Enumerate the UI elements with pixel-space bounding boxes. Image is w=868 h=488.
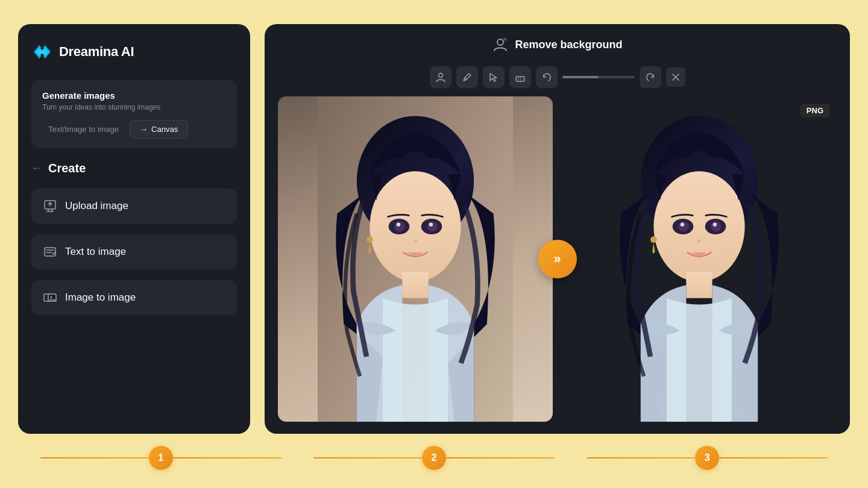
step-3-right-line bbox=[719, 457, 828, 459]
brush-size-slider[interactable] bbox=[562, 76, 635, 78]
after-image: PNG bbox=[562, 96, 837, 422]
eraser-toolbar-button[interactable] bbox=[509, 66, 531, 88]
upload-image-label: Upload image bbox=[65, 200, 128, 212]
step-2-group: 2 bbox=[297, 446, 570, 470]
back-arrow-icon: ← bbox=[31, 162, 42, 175]
text-to-image-item[interactable]: Text to image bbox=[31, 234, 237, 269]
png-badge: PNG bbox=[800, 104, 829, 117]
step-1-group: 1 bbox=[24, 446, 297, 470]
generate-card: Generate images Turn your ideas into stu… bbox=[31, 80, 237, 148]
svg-point-16 bbox=[394, 221, 404, 231]
slider-track bbox=[562, 76, 635, 78]
remove-bg-header-icon bbox=[492, 36, 509, 53]
close-toolbar-button[interactable] bbox=[666, 67, 685, 87]
image-image-icon bbox=[43, 291, 57, 304]
undo-icon bbox=[541, 72, 552, 83]
steps-footer: 1 2 3 bbox=[24, 446, 844, 470]
svg-point-19 bbox=[429, 223, 432, 227]
svg-point-30 bbox=[650, 236, 657, 243]
before-image bbox=[278, 96, 553, 422]
svg-point-23 bbox=[654, 171, 745, 282]
svg-point-18 bbox=[396, 223, 400, 227]
svg-rect-3 bbox=[45, 248, 55, 256]
image-to-image-item[interactable]: Image to image bbox=[31, 280, 237, 315]
step-2-circle: 2 bbox=[422, 446, 446, 470]
create-label: Create bbox=[48, 161, 86, 175]
step-3-left-line bbox=[587, 457, 695, 459]
generate-buttons: Text/Image to image → Canvas bbox=[42, 120, 226, 139]
dreamina-logo-icon bbox=[31, 41, 53, 63]
person-icon bbox=[435, 72, 446, 83]
svg-point-27 bbox=[711, 221, 722, 231]
pen-toolbar-button[interactable] bbox=[456, 66, 478, 88]
svg-point-26 bbox=[679, 221, 689, 231]
svg-point-29 bbox=[713, 223, 717, 227]
close-icon bbox=[671, 73, 680, 81]
svg-point-9 bbox=[438, 74, 442, 78]
svg-point-20 bbox=[366, 236, 373, 243]
svg-rect-31 bbox=[687, 272, 712, 298]
step-3-group: 3 bbox=[571, 446, 844, 470]
after-character-svg bbox=[562, 96, 837, 422]
step-1-circle: 1 bbox=[149, 446, 173, 470]
generate-title: Generate images bbox=[42, 90, 226, 101]
upload-image-item[interactable]: Upload image bbox=[31, 189, 237, 224]
left-panel: Dreamina AI Generate images Turn your id… bbox=[18, 24, 250, 434]
remove-bg-title: Remove background bbox=[515, 39, 622, 51]
svg-point-28 bbox=[681, 223, 684, 227]
step-1-left-line bbox=[40, 457, 149, 459]
svg-point-13 bbox=[370, 171, 461, 282]
pen-icon bbox=[462, 72, 473, 83]
cursor-toolbar-button[interactable] bbox=[483, 66, 505, 88]
toolbar bbox=[278, 66, 837, 88]
arrow-right-icon: → bbox=[140, 125, 148, 134]
redo-icon bbox=[645, 72, 656, 83]
canvas-button[interactable]: → Canvas bbox=[130, 120, 188, 139]
app-logo-text: Dreamina AI bbox=[59, 44, 134, 60]
logo-area: Dreamina AI bbox=[31, 41, 237, 63]
undo-toolbar-button[interactable] bbox=[536, 66, 558, 88]
create-section: ← Create bbox=[31, 159, 237, 178]
generate-subtitle: Turn your ideas into stunning images bbox=[42, 103, 226, 111]
person-toolbar-button[interactable] bbox=[430, 66, 451, 88]
svg-point-7 bbox=[497, 39, 503, 45]
step-3-circle: 3 bbox=[695, 446, 719, 470]
svg-point-6 bbox=[51, 296, 52, 298]
step-2-left-line bbox=[313, 457, 422, 459]
right-panel: Remove background bbox=[265, 24, 850, 434]
double-arrow-icon: » bbox=[553, 251, 561, 267]
before-after-arrow: » bbox=[538, 240, 577, 278]
svg-point-17 bbox=[427, 221, 437, 231]
before-character-svg bbox=[278, 96, 553, 422]
upload-icon bbox=[43, 199, 57, 213]
text-image-to-image-button[interactable]: Text/Image to image bbox=[42, 120, 125, 139]
image-to-image-label: Image to image bbox=[65, 292, 136, 304]
redo-toolbar-button[interactable] bbox=[640, 66, 661, 88]
step-1-right-line bbox=[173, 457, 281, 459]
eraser-icon bbox=[515, 72, 526, 83]
step-2-right-line bbox=[446, 457, 555, 459]
cursor-icon bbox=[488, 72, 499, 83]
svg-rect-21 bbox=[402, 272, 428, 298]
slider-fill bbox=[562, 76, 599, 78]
images-wrapper: » PNG bbox=[278, 96, 837, 422]
right-header: Remove background bbox=[278, 36, 837, 58]
text-image-icon bbox=[43, 245, 57, 258]
main-container: Dreamina AI Generate images Turn your id… bbox=[18, 24, 850, 464]
text-to-image-label: Text to image bbox=[65, 246, 126, 258]
